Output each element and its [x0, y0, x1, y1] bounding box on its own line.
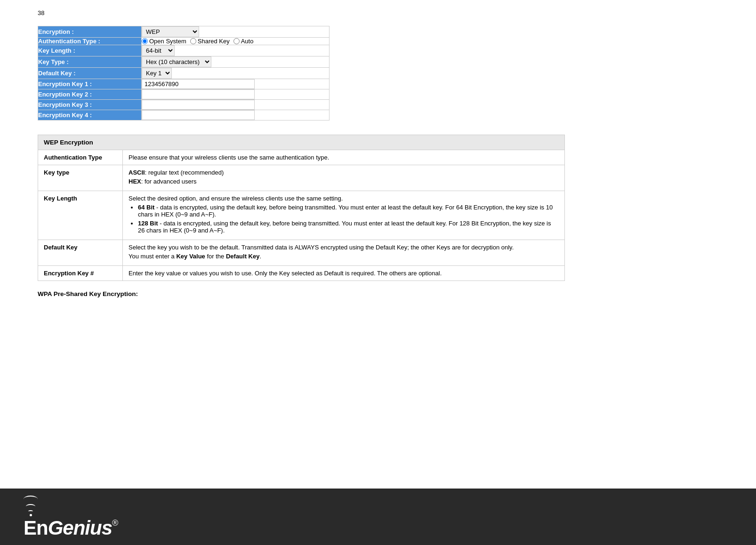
enc-key1-label: Encryption Key 1 :: [38, 79, 142, 89]
info-label-default-key: Default Key: [38, 240, 123, 266]
form-row-enc-key1: Encryption Key 1 :: [38, 79, 330, 89]
key-length-label: Key Length :: [38, 45, 142, 56]
form-row-enc-key4: Encryption Key 4 :: [38, 110, 330, 120]
info-content-key-type: ASCII: regular text (recommended) HEX: f…: [123, 165, 565, 191]
encryption-value-cell: WEP WPA-Personal WPA2-Personal None: [142, 26, 330, 38]
info-row-enc-key-hash: Encryption Key # Enter the key value or …: [38, 266, 565, 281]
logo-container: EnGenius ®: [24, 496, 118, 538]
enc-key3-input[interactable]: [142, 100, 255, 110]
wifi-arc-1: [28, 510, 33, 513]
logo-genius: Genius: [48, 517, 112, 539]
info-content-key-length: Select the desired option, and ensure th…: [123, 191, 565, 240]
logo-text-row: EnGenius ®: [24, 518, 118, 538]
info-label-key-length: Key Length: [38, 191, 123, 240]
content-area: 38 Encryption : WEP WPA-Personal WPA2-Pe…: [0, 0, 756, 489]
info-label-auth-type: Authentication Type: [38, 150, 123, 165]
form-row-enc-key3: Encryption Key 3 :: [38, 100, 330, 110]
key-length-64bit: 64 Bit - data is encrypted, using the de…: [138, 204, 559, 218]
auth-radio-group: Open System Shared Key Auto: [142, 38, 329, 45]
enc-key3-value-cell: [142, 100, 330, 110]
default-key-line2: You must enter a Key Value for the Defau…: [129, 253, 559, 260]
key-length-select[interactable]: 64-bit 128-bit: [142, 45, 175, 56]
key-value-bold: Key Value: [176, 253, 205, 260]
auth-shared-key-radio[interactable]: [190, 38, 196, 44]
key-type-label: Key Type :: [38, 56, 142, 68]
wifi-icon: [24, 496, 38, 516]
default-key-bold: Default Key: [226, 253, 260, 260]
hex-bold: HEX: [129, 178, 141, 185]
page-number: 38: [38, 9, 718, 16]
enc-key4-value-cell: [142, 110, 330, 120]
auth-shared-key-label[interactable]: Shared Key: [190, 38, 230, 45]
key-length-intro: Select the desired option, and ensure th…: [129, 195, 559, 202]
wifi-arc-3: [24, 496, 38, 503]
key-type-ascii-line: ASCII: regular text (recommended): [129, 169, 559, 176]
info-table-header: WEP Encryption: [38, 135, 565, 150]
default-key-value-cell: Key 1 Key 2 Key 3 Key 4: [142, 68, 330, 79]
enc-key4-input[interactable]: [142, 110, 255, 120]
auth-open-system-radio[interactable]: [142, 38, 148, 44]
footer: EnGenius ®: [0, 489, 756, 545]
key-length-128bit: 128 Bit - data is encrypted, using the d…: [138, 220, 559, 234]
enc-key1-input[interactable]: [142, 79, 255, 89]
auth-auto-label[interactable]: Auto: [233, 38, 254, 45]
form-row-key-type: Key Type : Hex (10 characters) ASCII (5 …: [38, 56, 330, 68]
info-table: WEP Encryption Authentication Type Pleas…: [38, 135, 565, 281]
form-row-default-key: Default Key : Key 1 Key 2 Key 3 Key 4: [38, 68, 330, 79]
info-row-key-length: Key Length Select the desired option, an…: [38, 191, 565, 240]
info-label-key-type: Key type: [38, 165, 123, 191]
enc-key2-input[interactable]: [142, 89, 255, 99]
enc-key3-label: Encryption Key 3 :: [38, 100, 142, 110]
enc-key1-value-cell: [142, 79, 330, 89]
auth-open-system-label[interactable]: Open System: [142, 38, 186, 45]
key-type-hex-line: HEX: for advanced users: [129, 178, 559, 185]
wifi-arc-2: [26, 504, 35, 509]
logo-en: En: [24, 517, 48, 539]
page-container: 38 Encryption : WEP WPA-Personal WPA2-Pe…: [0, 0, 756, 545]
auth-type-description: Please ensure that your wireless clients…: [129, 154, 329, 161]
form-row-key-length: Key Length : 64-bit 128-bit: [38, 45, 330, 56]
key-length-value-cell: 64-bit 128-bit: [142, 45, 330, 56]
enc-key-description: Enter the key value or values you wish t…: [129, 270, 442, 277]
128bit-bold: 128 Bit: [138, 220, 158, 227]
key-length-list: 64 Bit - data is encrypted, using the de…: [138, 204, 559, 234]
enc-key4-label: Encryption Key 4 :: [38, 110, 142, 120]
key-type-value-cell: Hex (10 characters) ASCII (5 characters): [142, 56, 330, 68]
wifi-dot: [30, 514, 32, 516]
key-type-select[interactable]: Hex (10 characters) ASCII (5 characters): [142, 56, 211, 67]
registered-symbol: ®: [112, 518, 118, 528]
info-content-auth-type: Please ensure that your wireless clients…: [123, 150, 565, 165]
info-row-auth-type: Authentication Type Please ensure that y…: [38, 150, 565, 165]
info-row-default-key: Default Key Select the key you wish to b…: [38, 240, 565, 266]
default-key-select[interactable]: Key 1 Key 2 Key 3 Key 4: [142, 68, 172, 79]
info-content-enc-key-hash: Enter the key value or values you wish t…: [123, 266, 565, 281]
auth-auto-radio[interactable]: [233, 38, 240, 44]
enc-key2-label: Encryption Key 2 :: [38, 89, 142, 100]
auth-type-label: Authentication Type :: [38, 38, 142, 45]
default-key-label: Default Key :: [38, 68, 142, 79]
form-row-auth-type: Authentication Type : Open System Shared…: [38, 38, 330, 45]
ascii-bold: ASCII: [129, 169, 145, 176]
64bit-bold: 64 Bit: [138, 204, 154, 211]
form-row-enc-key2: Encryption Key 2 :: [38, 89, 330, 100]
logo-text: EnGenius: [24, 518, 112, 538]
encryption-form-table: Encryption : WEP WPA-Personal WPA2-Perso…: [38, 26, 330, 120]
info-row-key-type: Key type ASCII: regular text (recommende…: [38, 165, 565, 191]
info-label-enc-key-hash: Encryption Key #: [38, 266, 123, 281]
default-key-line1: Select the key you wish to be the defaul…: [129, 244, 559, 251]
wpa-title: WPA Pre-Shared Key Encryption:: [38, 290, 718, 297]
enc-key2-value-cell: [142, 89, 330, 100]
encryption-label: Encryption :: [38, 26, 142, 38]
auth-type-value-cell: Open System Shared Key Auto: [142, 38, 330, 45]
encryption-select[interactable]: WEP WPA-Personal WPA2-Personal None: [142, 26, 199, 37]
form-row-encryption: Encryption : WEP WPA-Personal WPA2-Perso…: [38, 26, 330, 38]
info-table-header-row: WEP Encryption: [38, 135, 565, 150]
info-content-default-key: Select the key you wish to be the defaul…: [123, 240, 565, 266]
